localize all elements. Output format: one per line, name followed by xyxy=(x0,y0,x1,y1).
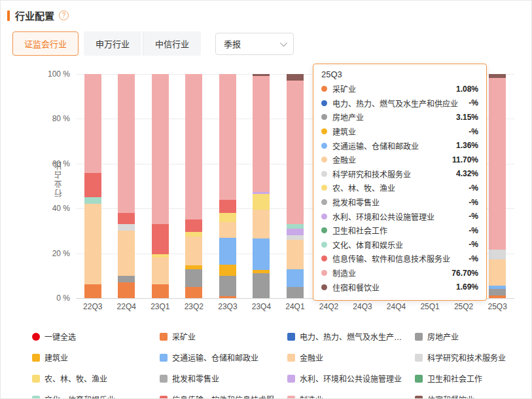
tooltip-row: 建筑业-% xyxy=(321,124,478,139)
legend-item[interactable]: 批发和零售业 xyxy=(160,373,287,384)
stacked-bar-23Q1[interactable] xyxy=(152,74,169,298)
legend-item[interactable]: 采矿业 xyxy=(160,331,287,342)
bar-segment[interactable] xyxy=(185,269,202,287)
bar-segment[interactable] xyxy=(118,213,135,224)
industry-allocation-panel: 行业配置 ? 证监会行业 申万行业 中信行业 季报 行业占比 0 %20 %40… xyxy=(0,0,532,399)
bar-segment[interactable] xyxy=(219,213,236,222)
bar-segment[interactable] xyxy=(152,224,169,254)
bar-segment[interactable] xyxy=(219,265,236,276)
stacked-bar-23Q3[interactable] xyxy=(219,74,236,298)
bar-segment[interactable] xyxy=(253,210,270,238)
legend-label: 农、林、牧、渔业 xyxy=(44,373,107,384)
tooltip-series-label: 交通运输、仓储和邮政业 xyxy=(332,140,451,151)
bar-segment[interactable] xyxy=(84,284,101,298)
bar-segment[interactable] xyxy=(253,238,270,270)
legend-item[interactable]: 电力、热力、燃气及水生产… xyxy=(287,331,415,342)
series-color-dot xyxy=(321,86,327,92)
bar-segment[interactable] xyxy=(253,76,270,191)
bar-segment[interactable] xyxy=(219,238,236,265)
bar-segment[interactable] xyxy=(84,197,101,204)
legend-item[interactable]: 建筑业 xyxy=(32,352,160,363)
legend-swatch-icon xyxy=(160,375,168,383)
legend-item[interactable]: 一键全选 xyxy=(32,331,160,342)
tab-csrc-industry[interactable]: 证监会行业 xyxy=(12,31,79,56)
bar-slot-22Q4 xyxy=(110,74,144,298)
bar-segment[interactable] xyxy=(287,229,304,235)
bar-segment[interactable] xyxy=(84,204,101,284)
bar-segment[interactable] xyxy=(253,273,270,298)
bar-segment[interactable] xyxy=(152,284,169,298)
bar-segment[interactable] xyxy=(287,74,304,81)
bar-segment[interactable] xyxy=(489,289,506,296)
legend-item[interactable]: 房地产业 xyxy=(415,331,532,342)
tooltip-title: 25Q3 xyxy=(321,69,478,79)
stacked-bar-25Q3[interactable] xyxy=(489,74,506,298)
bar-segment[interactable] xyxy=(185,287,202,298)
tooltip-series-value: -% xyxy=(469,127,478,136)
bar-segment[interactable] xyxy=(219,296,236,298)
bar-segment[interactable] xyxy=(118,224,135,231)
legend-item[interactable]: 制造业 xyxy=(287,394,415,399)
bar-segment[interactable] xyxy=(489,295,506,298)
legend-item[interactable]: 水利、环境和公共设施管理业 xyxy=(287,373,415,384)
tooltip-row: 水利、环境和公共设施管理业-% xyxy=(321,209,478,223)
legend-item[interactable]: 卫生和社会工作 xyxy=(415,373,532,384)
legend-item[interactable]: 农、林、牧、渔业 xyxy=(32,373,160,384)
tab-citic-industry[interactable]: 中信行业 xyxy=(143,31,201,56)
bar-segment[interactable] xyxy=(287,224,304,229)
tooltip-series-label: 建筑业 xyxy=(332,126,463,137)
bar-segment[interactable] xyxy=(185,74,202,219)
bar-segment[interactable] xyxy=(489,250,506,259)
bar-segment[interactable] xyxy=(489,78,506,250)
controls-row: 证监会行业 申万行业 中信行业 季报 xyxy=(12,31,531,56)
bar-segment[interactable] xyxy=(152,257,169,284)
bar-segment[interactable] xyxy=(287,240,304,269)
bar-segment[interactable] xyxy=(152,74,169,224)
tooltip-rows: 采矿业1.08%电力、热力、燃气及水生产和供应业-%房地产业3.15%建筑业-%… xyxy=(321,82,478,294)
legend-item[interactable]: 科学研究和技术服务业 xyxy=(415,352,532,363)
bar-segment[interactable] xyxy=(118,74,135,213)
tab-shenwan-industry[interactable]: 申万行业 xyxy=(84,31,141,56)
bar-segment[interactable] xyxy=(253,194,270,210)
bar-segment[interactable] xyxy=(84,173,101,198)
tooltip-row: 制造业76.70% xyxy=(321,266,478,280)
legend-label: 金融业 xyxy=(300,352,323,363)
bar-segment[interactable] xyxy=(287,269,304,287)
bar-segment[interactable] xyxy=(287,235,304,240)
bar-segment[interactable] xyxy=(84,74,101,172)
title-accent-bar xyxy=(7,10,10,21)
legend-item[interactable]: 交通运输、仓储和邮政业 xyxy=(160,352,287,363)
tooltip-series-label: 采矿业 xyxy=(332,83,451,94)
legend-item[interactable]: 住宿和餐饮业 xyxy=(415,394,532,399)
legend-item[interactable]: 信息传输、软件和信息技术服务业 xyxy=(160,394,287,399)
bar-segment[interactable] xyxy=(118,282,135,298)
legend-label: 卫生和社会工作 xyxy=(427,373,482,384)
stacked-bar-22Q3[interactable] xyxy=(84,74,101,298)
legend-item[interactable]: 金融业 xyxy=(287,352,415,363)
tooltip-row: 农、林、牧、渔业-% xyxy=(321,181,478,195)
x-tick-label: 23Q2 xyxy=(177,302,211,311)
bar-segment[interactable] xyxy=(118,276,135,282)
bar-segment[interactable] xyxy=(489,259,506,286)
bar-segment[interactable] xyxy=(287,81,304,224)
stacked-bar-23Q4[interactable] xyxy=(253,74,270,298)
bar-segment[interactable] xyxy=(219,200,236,214)
help-icon[interactable]: ? xyxy=(59,10,69,20)
legend-item[interactable]: 文化、体育和娱乐业 xyxy=(32,394,160,399)
stacked-bar-23Q2[interactable] xyxy=(185,74,202,298)
bar-segment[interactable] xyxy=(118,231,135,275)
bar-segment[interactable] xyxy=(185,219,202,232)
bar-segment[interactable] xyxy=(219,222,236,238)
x-tick-label: 22Q3 xyxy=(76,302,110,311)
bar-segment[interactable] xyxy=(219,276,236,296)
bar-segment[interactable] xyxy=(185,237,202,265)
bar-segment[interactable] xyxy=(219,74,236,200)
y-tick-label: 0 % xyxy=(1,294,70,303)
bar-segment[interactable] xyxy=(185,232,202,237)
legend-swatch-icon xyxy=(287,396,295,399)
stacked-bar-24Q1[interactable] xyxy=(287,74,304,298)
stacked-bar-22Q4[interactable] xyxy=(118,74,135,298)
legend-swatch-icon xyxy=(32,375,40,383)
bar-segment[interactable] xyxy=(287,287,304,298)
report-period-select[interactable]: 季报 xyxy=(215,33,294,55)
